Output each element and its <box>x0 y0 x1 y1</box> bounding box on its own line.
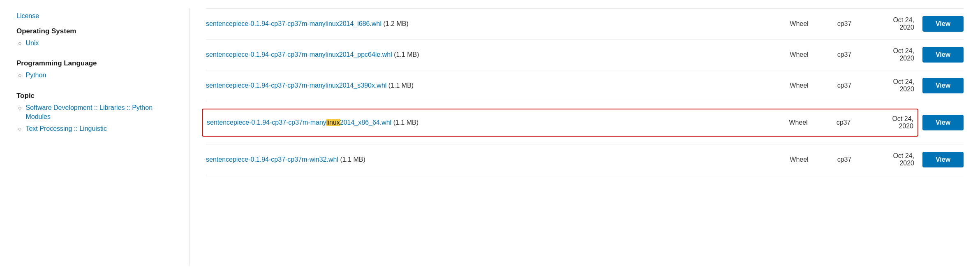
file-type: Wheel <box>779 156 820 163</box>
file-type: Wheel <box>779 20 820 28</box>
sidebar-item-python: ○ Python <box>16 71 177 80</box>
unix-link[interactable]: Unix <box>25 39 39 48</box>
license-link[interactable]: License <box>16 12 177 20</box>
file-name-before: sentencepiece-0.1.94-cp37-cp37m-many <box>207 119 326 126</box>
view-button[interactable]: View <box>922 47 964 63</box>
file-info: sentencepiece-0.1.94-cp37-cp37m-win32.wh… <box>206 156 770 163</box>
file-date: Oct 24,2020 <box>869 16 914 31</box>
file-info: sentencepiece-0.1.94-cp37-cp37m-manylinu… <box>206 82 770 89</box>
sidebar-item-software-dev: ○ Software Development :: Libraries :: P… <box>16 103 177 122</box>
file-row: sentencepiece-0.1.94-cp37-cp37m-manylinu… <box>206 70 964 101</box>
topic-section: Topic ○ Software Development :: Librarie… <box>16 92 177 133</box>
software-dev-link[interactable]: Software Development :: Libraries :: Pyt… <box>25 103 177 122</box>
file-info: sentencepiece-0.1.94-cp37-cp37m-manylinu… <box>206 51 770 58</box>
bullet-icon: ○ <box>18 40 21 46</box>
file-link-i686[interactable]: sentencepiece-0.1.94-cp37-cp37m-manylinu… <box>206 20 381 27</box>
bullet-icon: ○ <box>18 104 21 111</box>
page-container: License Operating System ○ Unix Programm… <box>0 0 980 274</box>
file-info: sentencepiece-0.1.94-cp37-cp37m-manylinu… <box>206 20 770 28</box>
file-py: cp37 <box>828 82 861 89</box>
programming-language-title: Programming Language <box>16 59 177 67</box>
text-processing-link[interactable]: Text Processing :: Linguistic <box>25 124 106 133</box>
file-info: sentencepiece-0.1.94-cp37-cp37m-manylinu… <box>207 119 770 126</box>
operating-system-title: Operating System <box>16 27 177 35</box>
file-type: Wheel <box>779 82 820 89</box>
bullet-icon: ○ <box>18 72 21 79</box>
view-button[interactable]: View <box>922 152 964 167</box>
file-py: cp37 <box>828 20 861 28</box>
file-row: sentencepiece-0.1.94-cp37-cp37m-manylinu… <box>206 39 964 70</box>
file-size: (1.1 MB) <box>388 82 414 89</box>
file-py: cp37 <box>828 156 861 163</box>
bullet-icon: ○ <box>18 125 21 132</box>
file-name-highlight: linux <box>326 119 340 126</box>
sidebar-item-unix: ○ Unix <box>16 39 177 48</box>
file-link-win32[interactable]: sentencepiece-0.1.94-cp37-cp37m-win32.wh… <box>206 156 338 163</box>
file-type: Wheel <box>778 119 819 126</box>
python-link[interactable]: Python <box>25 71 46 80</box>
file-size: (1.2 MB) <box>383 20 408 27</box>
view-button[interactable]: View <box>922 16 964 32</box>
file-link-s390x[interactable]: sentencepiece-0.1.94-cp37-cp37m-manylinu… <box>206 82 386 89</box>
file-py: cp37 <box>827 119 860 126</box>
highlighted-row: sentencepiece-0.1.94-cp37-cp37m-manylinu… <box>202 109 918 137</box>
view-button[interactable]: View <box>922 78 964 93</box>
topic-title: Topic <box>16 92 177 100</box>
file-type: Wheel <box>779 51 820 58</box>
operating-system-section: Operating System ○ Unix <box>16 27 177 48</box>
programming-language-section: Programming Language ○ Python <box>16 59 177 80</box>
file-date: Oct 24,2020 <box>869 152 914 167</box>
file-size: (1.1 MB) <box>393 119 418 126</box>
file-size: (1.1 MB) <box>340 156 365 163</box>
file-py: cp37 <box>828 51 861 58</box>
file-date: Oct 24,2020 <box>868 115 913 130</box>
file-date: Oct 24,2020 <box>869 47 914 62</box>
file-size: (1.1 MB) <box>394 51 419 58</box>
main-content: sentencepiece-0.1.94-cp37-cp37m-manylinu… <box>189 8 964 266</box>
file-name-after: 2014_x86_64.whl <box>340 119 391 126</box>
file-link-ppc64le[interactable]: sentencepiece-0.1.94-cp37-cp37m-manylinu… <box>206 51 392 58</box>
file-link-x86-64[interactable]: sentencepiece-0.1.94-cp37-cp37m-manylinu… <box>207 119 391 126</box>
file-row-highlighted-container: sentencepiece-0.1.94-cp37-cp37m-manylinu… <box>206 101 964 144</box>
file-row: sentencepiece-0.1.94-cp37-cp37m-manylinu… <box>206 8 964 39</box>
view-button[interactable]: View <box>922 115 964 130</box>
file-date: Oct 24,2020 <box>869 78 914 93</box>
sidebar: License Operating System ○ Unix Programm… <box>16 8 189 266</box>
sidebar-item-text-processing: ○ Text Processing :: Linguistic <box>16 124 177 133</box>
file-row: sentencepiece-0.1.94-cp37-cp37m-win32.wh… <box>206 144 964 175</box>
